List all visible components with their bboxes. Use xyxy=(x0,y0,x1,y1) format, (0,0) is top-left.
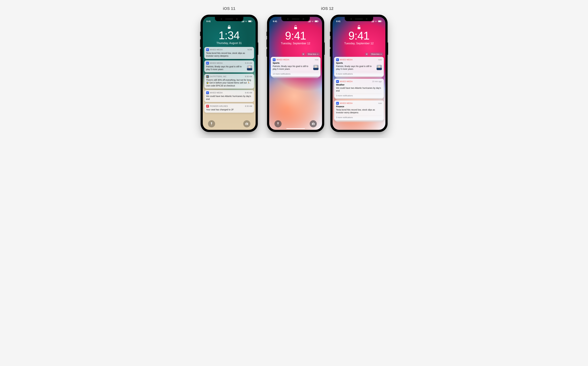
app-icon xyxy=(336,58,339,61)
notch xyxy=(215,17,243,21)
quick-actions xyxy=(203,120,256,127)
lockscreen-ios12-b: 9:41 9:41 Tuesday, Septembe xyxy=(333,17,385,130)
notification-list: Show less MIXED MEDIA now xyxy=(333,45,385,120)
app-name: MIXED MEDIA xyxy=(210,92,223,94)
notification-time: 9:30 AM xyxy=(245,76,252,78)
notification-body: Patriots; Brady says his goal is still t… xyxy=(336,65,375,70)
column-ios11: iOS 11 9:41 xyxy=(201,6,258,132)
battery-icon xyxy=(378,20,382,22)
app-icon xyxy=(336,80,339,83)
app-name: MIXED MEDIA xyxy=(210,49,223,51)
app-icon xyxy=(336,102,339,105)
notification-body: Your seat has changed to 2F xyxy=(206,108,234,111)
app-icon xyxy=(206,92,209,94)
notification-stack[interactable]: MIXED MIEDA 10 min ago Weather We could … xyxy=(334,79,384,98)
lock-time: 9:41 xyxy=(269,30,322,41)
notification-title: Sports xyxy=(336,62,382,64)
lockscreen-ios12-a: 9:41 9:41 Tuesday, Septembe xyxy=(269,17,322,130)
flashlight-button[interactable] xyxy=(274,120,282,127)
heading-ios12: iOS 12 xyxy=(267,6,388,11)
iphone-frame-1: 9:41 1:34 Thursday, August 31 xyxy=(201,15,258,132)
svg-rect-2 xyxy=(358,27,360,29)
more-notifications-link[interactable]: 5 more notifications xyxy=(336,72,382,75)
lockscreen-ios11: 9:41 1:34 Thursday, August 31 xyxy=(203,17,256,130)
app-icon xyxy=(206,62,209,65)
notification-card[interactable]: OUTFITTERS, INC 9:30 AM There's still 30… xyxy=(204,74,254,89)
app-icon xyxy=(206,105,209,107)
more-notifications-link[interactable]: 3 more notifications xyxy=(336,115,382,119)
lock-date: Tuesday, September 12 xyxy=(269,42,322,45)
app-name: MIXED MEDIA xyxy=(277,59,290,61)
camera-button[interactable] xyxy=(310,120,317,127)
notification-time: NOW xyxy=(247,49,252,51)
chevron-up-icon xyxy=(317,53,318,55)
show-less-label: Show less xyxy=(308,53,316,55)
lock-date: Tuesday, September 12 xyxy=(333,42,385,45)
lock-time: 1:34 xyxy=(203,30,256,41)
notification-title: Sports xyxy=(273,62,319,64)
notification-body: We could have two Atlantic hurricanes by… xyxy=(336,87,382,92)
lock-time: 9:41 xyxy=(333,30,385,41)
show-less-button[interactable]: Show less xyxy=(306,53,320,56)
iphone-frame-2: 9:41 9:41 Tuesday, Septembe xyxy=(267,15,324,132)
notification-thumbnail xyxy=(313,65,319,70)
notification-time: 10 min ago xyxy=(372,80,382,83)
notification-card[interactable]: MIXED MEDIA 9:45 AM We could have two At… xyxy=(204,90,254,102)
battery-icon xyxy=(315,20,318,22)
notification-time: now xyxy=(315,59,319,61)
camera-button[interactable] xyxy=(243,120,250,127)
app-name: MIXED MEDIA xyxy=(210,62,223,64)
app-name: PIONEER AIRLINES xyxy=(210,105,228,107)
iphone-frame-3: 9:41 9:41 Tuesday, Septembe xyxy=(330,15,388,132)
heading-ios11: iOS 11 xyxy=(201,6,258,11)
status-time: 9:41 xyxy=(273,20,277,23)
close-icon xyxy=(366,53,368,55)
dismiss-group-button[interactable] xyxy=(365,53,368,56)
status-time: 9:41 xyxy=(206,20,211,23)
notification-title: Finance xyxy=(336,105,382,108)
more-notifications-link[interactable]: 3 more notifications xyxy=(336,93,382,97)
notification-stack[interactable]: MIXED MEDIA now Sports Patriots; Brady s… xyxy=(271,57,321,76)
notification-card[interactable]: MIXED MEDIA NOW Tesla bond hits record l… xyxy=(204,47,254,59)
notification-title: Weather xyxy=(336,84,382,86)
app-icon xyxy=(206,75,209,78)
notification-time: 9:45 AM xyxy=(245,92,252,94)
chevron-up-icon xyxy=(380,53,382,55)
notification-time: now xyxy=(378,59,382,61)
lock-open-icon xyxy=(357,25,361,30)
notification-thumbnail xyxy=(376,65,382,70)
notification-card[interactable]: PIONEER AIRLINES 8:30 AM Your seat has c… xyxy=(204,103,254,113)
wifi-icon xyxy=(311,20,314,22)
notification-body: There's still 30% off everything, but no… xyxy=(206,79,252,87)
app-icon xyxy=(273,58,275,61)
app-icon xyxy=(206,48,209,51)
notification-stack[interactable]: MIXED MEDIA now Finance Tesla bond hits … xyxy=(334,100,384,120)
notification-list: MIXED MEDIA NOW Tesla bond hits record l… xyxy=(203,45,256,113)
svg-rect-0 xyxy=(228,27,231,29)
notification-body: Tesla bond hits record low, stock slips … xyxy=(336,108,382,114)
more-notifications-link[interactable]: 13 more notifications xyxy=(273,72,319,75)
notification-body: We could have two Atlantic hurricanes by… xyxy=(206,95,252,100)
show-less-label: Show less xyxy=(371,53,380,55)
show-less-button[interactable]: Show less xyxy=(370,53,383,56)
svg-rect-1 xyxy=(294,27,297,29)
app-name: MIXED MEDIA xyxy=(340,59,353,61)
lock-open-icon xyxy=(294,25,297,30)
status-time: 9:41 xyxy=(336,20,341,23)
flashlight-button[interactable] xyxy=(208,120,215,127)
home-indicator[interactable] xyxy=(286,128,305,129)
notification-card[interactable]: MIXED MEDIA 9:20 AM Patriots; Brady says… xyxy=(204,60,254,72)
close-icon xyxy=(303,53,304,55)
notification-time: now xyxy=(378,102,382,104)
notification-stack[interactable]: MIXED MEDIA now Sports Patriots; Brady s… xyxy=(334,57,384,76)
notification-time: 9:20 AM xyxy=(245,62,252,64)
notification-thumbnail xyxy=(247,65,252,70)
notch xyxy=(281,17,310,21)
notification-body: Tesla bond hits record low, stock slips … xyxy=(206,52,252,57)
battery-icon xyxy=(248,20,252,22)
notification-body: Patriots; Brady says his goal is still t… xyxy=(273,65,312,70)
app-name: MIXED MIEDA xyxy=(340,80,353,83)
dismiss-group-button[interactable] xyxy=(302,53,305,56)
column-ios12: iOS 12 9:41 xyxy=(267,6,388,132)
notification-list: Show less MIXED MEDIA now xyxy=(269,45,322,76)
